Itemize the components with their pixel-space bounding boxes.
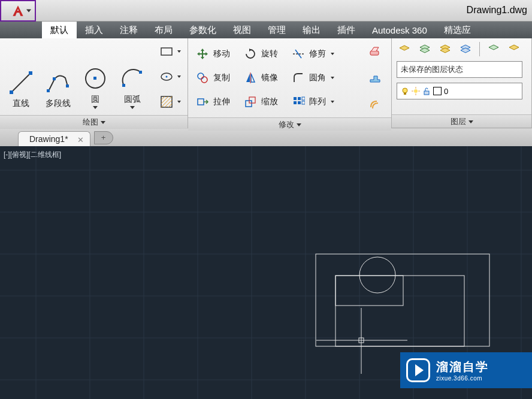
svg-rect-2 [29, 71, 32, 75]
cmd-arc[interactable]: 圆弧 [116, 42, 149, 111]
cmd-array[interactable]: 阵列 [289, 92, 337, 112]
tab-insert[interactable]: 插入 [77, 22, 111, 38]
watermark-url: zixue.3d66.com [436, 375, 489, 382]
tab-default[interactable]: 默认 [42, 22, 77, 38]
svg-rect-59 [335, 276, 464, 346]
cmd-scale[interactable]: 缩放 [241, 92, 280, 112]
dropdown-triangle-icon [101, 121, 105, 124]
tab-view[interactable]: 视图 [225, 22, 259, 38]
dropdown-triangle-icon [177, 50, 181, 53]
svg-line-0 [11, 73, 31, 92]
cmd-polyline[interactable]: 多段线 [42, 42, 74, 111]
application-menu-button[interactable] [0, 0, 36, 22]
svg-rect-21 [198, 99, 204, 105]
dropdown-triangle-icon [297, 123, 301, 126]
mirror-icon [243, 71, 258, 85]
panel-title-layer[interactable]: 图层 [392, 114, 531, 128]
panel-title-draw[interactable]: 绘图 [0, 115, 188, 128]
drawing-canvas[interactable]: [-][俯视][二维线框] 溜溜自学 zixue.3d [0, 146, 532, 399]
layer-match-button[interactable] [506, 42, 522, 58]
cmd-line[interactable]: 直线 [5, 42, 37, 111]
svg-rect-24 [249, 97, 255, 103]
cmd-erase[interactable] [365, 42, 384, 61]
line-icon [7, 68, 35, 97]
cmd-rectangle[interactable] [157, 42, 176, 61]
plus-icon: + [101, 133, 106, 142]
dropdown-triangle-icon [177, 101, 181, 103]
svg-rect-41 [424, 91, 429, 95]
cmd-explode[interactable] [365, 68, 384, 87]
cmd-offset[interactable] [365, 95, 384, 114]
svg-point-34 [403, 88, 407, 93]
layers-icon [418, 43, 431, 56]
svg-rect-9 [139, 71, 142, 74]
array-icon [291, 95, 306, 109]
layer-off-button[interactable] [417, 42, 433, 58]
cmd-fillet[interactable]: 圆角 [289, 68, 337, 88]
cmd-trim[interactable]: 修剪 [289, 44, 337, 64]
cmd-rotate[interactable]: 旋转 [241, 44, 280, 64]
tab-layout[interactable]: 布局 [146, 22, 181, 38]
cmd-copy[interactable]: 复制 [193, 68, 232, 88]
svg-rect-58 [316, 254, 489, 346]
svg-point-12 [166, 76, 168, 78]
svg-point-61 [359, 257, 395, 293]
layer-color-swatch [433, 87, 442, 95]
cmd-stretch[interactable]: 拉伸 [193, 92, 232, 112]
svg-rect-7 [93, 77, 96, 80]
cmd-circle[interactable]: 圆 [79, 42, 111, 111]
layer-properties-icon [398, 43, 411, 56]
svg-rect-23 [246, 101, 252, 107]
play-icon [406, 358, 430, 382]
layer-properties-button[interactable] [397, 42, 412, 58]
stretch-icon [195, 95, 210, 109]
layer-name: 0 [444, 87, 448, 96]
panel-modify: 移动 复制 拉伸 旋转 镜像 [188, 38, 392, 128]
title-bar: Drawing1.dwg [0, 0, 532, 22]
layers-icon [487, 43, 500, 56]
layer-state-dropdown[interactable]: 未保存的图层状态 [397, 61, 522, 78]
close-icon[interactable]: ✕ [77, 135, 84, 144]
cmd-move[interactable]: 移动 [193, 44, 232, 64]
tab-plugins[interactable]: 插件 [329, 22, 364, 38]
new-tab-button[interactable]: + [94, 131, 113, 144]
svg-rect-3 [47, 89, 50, 92]
panel-title-modify[interactable]: 修改 [188, 117, 391, 131]
dropdown-triangle-icon [468, 120, 473, 123]
cmd-hatch[interactable] [157, 92, 176, 111]
tab-manage[interactable]: 管理 [259, 22, 294, 38]
svg-rect-31 [302, 97, 305, 100]
svg-rect-1 [10, 90, 13, 94]
cmd-ellipse[interactable] [157, 67, 176, 86]
layer-lock-button[interactable] [458, 42, 473, 58]
arc-icon [118, 64, 147, 93]
move-icon [195, 47, 210, 61]
polyline-icon [44, 68, 72, 97]
layer-select-dropdown[interactable]: 0 [397, 83, 522, 99]
window-title: Drawing1.dwg [467, 5, 527, 16]
svg-point-36 [414, 89, 418, 93]
dropdown-triangle-icon [177, 75, 181, 78]
document-tab[interactable]: Drawing1* ✕ [18, 131, 90, 146]
tab-output[interactable]: 输出 [294, 22, 329, 38]
svg-rect-8 [122, 84, 125, 87]
copy-icon [195, 71, 210, 85]
ellipse-icon [159, 69, 174, 84]
erase-icon [368, 45, 381, 58]
svg-rect-27 [294, 97, 297, 100]
tab-autodesk360[interactable]: Autodesk 360 [364, 22, 436, 38]
svg-line-14 [161, 96, 165, 100]
rectangle-icon [159, 44, 174, 59]
layers-icon [459, 43, 472, 56]
layer-isolate-button[interactable] [486, 42, 501, 58]
svg-rect-35 [404, 93, 406, 95]
layer-freeze-button[interactable] [437, 42, 453, 58]
tab-featured[interactable]: 精选应 [436, 22, 479, 38]
tab-parametric[interactable]: 参数化 [181, 22, 225, 38]
fillet-icon [291, 71, 306, 85]
svg-rect-4 [53, 77, 56, 80]
tab-annotate[interactable]: 注释 [111, 22, 146, 38]
cmd-mirror[interactable]: 镜像 [241, 68, 280, 88]
hatch-icon [159, 95, 174, 109]
layers-icon [439, 43, 452, 56]
